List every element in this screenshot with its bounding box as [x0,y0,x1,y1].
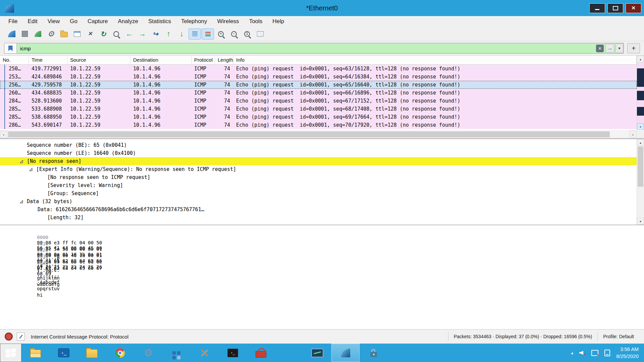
start-button[interactable] [0,344,21,362]
stop-capture[interactable] [18,28,31,40]
zoom-in[interactable] [215,28,227,40]
expand-triangle-icon[interactable] [19,200,27,203]
zoom-out[interactable] [228,28,240,40]
detail-line[interactable]: Data: 6162636465666768696a6b6c6d6e6f7071… [0,205,637,214]
column-header-length[interactable]: Length [215,56,233,64]
colorize[interactable] [202,28,214,40]
menu-item[interactable]: Analyze [113,16,143,27]
file-explorer[interactable] [21,344,50,362]
filter-clear-button[interactable]: ✕ [596,45,604,52]
menu-item[interactable]: View [43,16,65,27]
packet-list-scrollbar[interactable]: ▴ ▾ [637,56,644,130]
capture-options[interactable] [45,28,57,40]
reload-file[interactable] [97,28,109,40]
go-first[interactable] [162,28,175,40]
details-scrollbar[interactable]: ▴ ▾ [637,139,644,225]
wireshark[interactable] [331,344,360,362]
close-button[interactable]: ✕ [626,3,641,13]
close-file[interactable] [84,28,96,40]
detail-line[interactable]: [Severity level: Warning] [0,181,637,189]
column-header-no[interactable]: No. [0,56,29,64]
capture-comment-button[interactable] [17,333,25,341]
status-profile[interactable]: Profile: Default [598,334,639,339]
packet-row[interactable]: 286… 543.690147 10.1.22.59 10.1.4.96 ICM… [0,121,637,129]
detail-line[interactable]: [Length: 32] [0,214,637,222]
detail-line[interactable]: Sequence number (LE): 16640 (0x4100) [0,149,637,157]
taskbar-clock[interactable]: 3:56 AM 8/25/2020 [616,346,639,360]
expert-info-button[interactable] [5,333,13,341]
filter-add-button[interactable]: + [627,43,640,53]
go-back[interactable] [123,28,136,40]
menu-item[interactable]: Tools [244,16,268,27]
save-file[interactable] [71,28,83,40]
volume-muted[interactable] [579,350,585,356]
minimize-button[interactable] [589,3,605,13]
app-blocks[interactable] [162,344,191,362]
password-lock[interactable] [360,344,388,362]
detail-line[interactable]: [No response seen] [0,157,637,165]
detail-line[interactable]: Data (32 bytes) [0,197,637,205]
menu-item[interactable]: Help [267,16,289,27]
detail-line[interactable]: [Group: Sequence] [0,189,637,197]
pc-status[interactable] [604,350,610,356]
system-monitor[interactable] [303,344,331,362]
hidden-icons[interactable] [571,350,574,355]
expand-triangle-icon[interactable] [19,160,27,163]
menu-item[interactable]: File [3,16,22,27]
packet-row[interactable]: 250… 419.772991 10.1.22.59 10.1.4.96 ICM… [0,65,637,73]
detail-line[interactable]: Sequence number (BE): 65 (0x0041) [0,141,637,149]
powershell[interactable] [50,344,78,362]
toolbox[interactable] [247,344,275,362]
hex-row[interactable]: 0000 00 08 e3 ff fc 04 00 50 56 95 f1 6f… [9,229,644,236]
folder[interactable] [78,344,106,362]
filter-bookmark-button[interactable] [4,43,17,53]
go-forward[interactable] [136,28,149,40]
filter-apply-button[interactable]: → [605,44,614,53]
dots-grid[interactable] [275,344,303,362]
resize-columns[interactable] [254,28,266,40]
packet-row[interactable]: 285… 538.688950 10.1.22.59 10.1.4.96 ICM… [0,113,637,121]
command-prompt[interactable] [219,344,247,362]
scroll-up-button[interactable]: ▴ [637,56,644,62]
details-scroll-up-button[interactable]: ▴ [637,139,644,146]
restart-capture[interactable] [32,28,44,40]
column-header-destination[interactable]: Destination [130,56,192,64]
packet-row[interactable]: 256… 429.759578 10.1.22.59 10.1.4.96 ICM… [0,81,637,89]
packet-row[interactable]: 284… 528.913600 10.1.22.59 10.1.4.96 ICM… [0,97,637,105]
scroll-left-button[interactable]: ‹ [0,131,7,138]
menu-item[interactable]: Capture [83,16,113,27]
expand-triangle-icon[interactable] [29,168,36,171]
details-scroll-thumb[interactable] [638,146,643,187]
open-file[interactable] [58,28,70,40]
filter-text-field[interactable] [17,45,596,52]
menu-item[interactable]: Wireless [212,16,244,27]
dots-grid[interactable] [388,344,416,362]
menu-item[interactable]: Statistics [143,16,176,27]
detail-line[interactable]: [No response seen to ICMP request] [0,173,637,181]
horizontal-scroll-thumb[interactable] [8,131,610,137]
scroll-right-button[interactable]: › [629,131,637,138]
tools[interactable] [191,344,219,362]
details-scroll-down-button[interactable]: ▾ [637,218,644,225]
menu-item[interactable]: Go [65,16,83,27]
go-to-packet[interactable] [149,28,162,40]
network-error[interactable] [591,350,598,356]
horizontal-scrollbar[interactable]: ‹ › [0,130,637,138]
start-capture[interactable] [5,28,18,40]
column-header-info[interactable]: Info [233,56,637,64]
menu-item[interactable]: Edit [22,16,42,27]
scroll-down-button[interactable]: ▾ [637,123,644,130]
detail-line[interactable]: [Expert Info (Warning/Sequence): No resp… [0,165,637,173]
chrome[interactable] [106,344,134,362]
filter-dropdown-button[interactable]: ▾ [615,44,623,53]
packet-row[interactable]: 253… 424.689846 10.1.22.59 10.1.4.96 ICM… [0,73,637,81]
auto-scroll[interactable] [189,28,201,40]
column-header-protocol[interactable]: Protocol [192,56,215,64]
column-header-time[interactable]: Time [29,56,67,64]
packet-row[interactable]: 260… 434.688835 10.1.22.59 10.1.4.96 ICM… [0,89,637,97]
settings-gear[interactable] [134,344,162,362]
maximize-button[interactable] [607,3,623,13]
menu-item[interactable]: Telephony [176,16,212,27]
packet-row[interactable]: 285… 533.688908 10.1.22.59 10.1.4.96 ICM… [0,105,637,113]
zoom-original[interactable] [241,28,253,40]
